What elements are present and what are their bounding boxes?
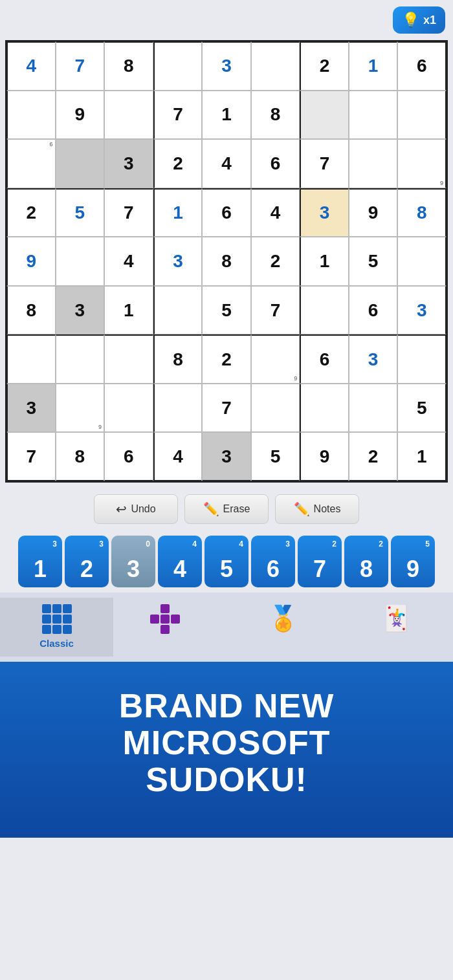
- cell-3-3[interactable]: 1: [153, 188, 203, 237]
- cell-2-6[interactable]: 7: [300, 139, 349, 188]
- tab-achievements[interactable]: 🏅: [226, 598, 340, 657]
- cell-7-2[interactable]: [104, 384, 153, 433]
- cell-2-1[interactable]: [56, 139, 105, 188]
- cell-8-5[interactable]: 5: [251, 432, 300, 481]
- cell-6-3[interactable]: 8: [153, 334, 203, 384]
- cell-4-1[interactable]: [56, 237, 105, 286]
- cell-6-5[interactable]: 9: [251, 334, 300, 384]
- cell-0-5[interactable]: [251, 41, 300, 91]
- cell-8-2[interactable]: 6: [104, 432, 153, 481]
- cell-7-1[interactable]: 9: [56, 384, 105, 433]
- cell-1-2[interactable]: [104, 91, 153, 140]
- num-btn-7[interactable]: 27: [298, 536, 342, 587]
- cell-2-0[interactable]: 6: [6, 139, 56, 188]
- cell-5-0[interactable]: 8: [6, 286, 56, 335]
- cell-4-5[interactable]: 2: [251, 237, 300, 286]
- cell-0-8[interactable]: 6: [397, 41, 447, 91]
- cell-8-1[interactable]: 8: [56, 432, 105, 481]
- tab-tetris[interactable]: [113, 598, 226, 657]
- cell-5-4[interactable]: 5: [202, 286, 251, 335]
- cell-2-8[interactable]: 9: [397, 139, 447, 188]
- tab-cards[interactable]: 🃏: [340, 598, 453, 657]
- cell-2-5[interactable]: 6: [251, 139, 300, 188]
- cell-8-6[interactable]: 9: [300, 432, 349, 481]
- cell-0-2[interactable]: 8: [104, 41, 153, 91]
- undo-button[interactable]: ↩ Undo: [94, 494, 178, 524]
- cell-3-4[interactable]: 6: [202, 188, 251, 237]
- cell-2-7[interactable]: [349, 139, 398, 188]
- cell-6-0[interactable]: [6, 334, 56, 384]
- cell-0-1[interactable]: 7: [56, 41, 105, 91]
- notes-button[interactable]: ✏️ Notes: [275, 494, 359, 524]
- cell-7-4[interactable]: 7: [202, 384, 251, 433]
- cell-3-0[interactable]: 2: [6, 188, 56, 237]
- cell-6-7[interactable]: 3: [349, 334, 398, 384]
- cell-7-5[interactable]: [251, 384, 300, 433]
- cell-5-8[interactable]: 3: [397, 286, 447, 335]
- cell-3-1[interactable]: 5: [56, 188, 105, 237]
- cell-5-1[interactable]: 3: [56, 286, 105, 335]
- cell-8-0[interactable]: 7: [6, 432, 56, 481]
- cell-0-3[interactable]: [153, 41, 203, 91]
- cell-8-3[interactable]: 4: [153, 432, 203, 481]
- cell-3-6[interactable]: 3: [300, 188, 349, 237]
- cell-4-7[interactable]: 5: [349, 237, 398, 286]
- cell-6-4[interactable]: 2: [202, 334, 251, 384]
- cell-0-6[interactable]: 2: [300, 41, 349, 91]
- cell-8-7[interactable]: 2: [349, 432, 398, 481]
- cell-4-6[interactable]: 1: [300, 237, 349, 286]
- cell-5-2[interactable]: 1: [104, 286, 153, 335]
- cell-1-6[interactable]: [300, 91, 349, 140]
- cell-4-2[interactable]: 4: [104, 237, 153, 286]
- cell-6-8[interactable]: [397, 334, 447, 384]
- cell-5-7[interactable]: 6: [349, 286, 398, 335]
- cell-7-3[interactable]: [153, 384, 203, 433]
- cell-0-0[interactable]: 4: [6, 41, 56, 91]
- cell-6-2[interactable]: [104, 334, 153, 384]
- cell-7-6[interactable]: [300, 384, 349, 433]
- cell-5-5[interactable]: 7: [251, 286, 300, 335]
- cell-8-8[interactable]: 1: [397, 432, 447, 481]
- cell-5-3[interactable]: [153, 286, 203, 335]
- cell-3-7[interactable]: 9: [349, 188, 398, 237]
- cell-0-7[interactable]: 1: [349, 41, 398, 91]
- cell-3-5[interactable]: 4: [251, 188, 300, 237]
- cell-6-1[interactable]: [56, 334, 105, 384]
- cell-4-4[interactable]: 8: [202, 237, 251, 286]
- cell-1-0[interactable]: [6, 91, 56, 140]
- cell-1-1[interactable]: 9: [56, 91, 105, 140]
- cell-2-2[interactable]: 3: [104, 139, 153, 188]
- cell-2-3[interactable]: 2: [153, 139, 203, 188]
- cell-3-8[interactable]: 8: [397, 188, 447, 237]
- num-btn-8[interactable]: 28: [344, 536, 388, 587]
- hint-button[interactable]: 💡 x1: [393, 6, 445, 34]
- tab-classic[interactable]: Classic: [0, 598, 113, 657]
- cell-5-6[interactable]: [300, 286, 349, 335]
- cell-2-4[interactable]: 4: [202, 139, 251, 188]
- cell-4-0[interactable]: 9: [6, 237, 56, 286]
- cell-6-6[interactable]: 6: [300, 334, 349, 384]
- cell-7-0[interactable]: 3: [6, 384, 56, 433]
- cell-8-4[interactable]: 3: [202, 432, 251, 481]
- cell-1-7[interactable]: [349, 91, 398, 140]
- cell-0-4[interactable]: 3: [202, 41, 251, 91]
- cell-1-5[interactable]: 8: [251, 91, 300, 140]
- cell-4-3[interactable]: 3: [153, 237, 203, 286]
- num-btn-1[interactable]: 31: [18, 536, 62, 587]
- num-count-8: 2: [379, 539, 383, 549]
- cell-7-7[interactable]: [349, 384, 398, 433]
- num-btn-2[interactable]: 32: [65, 536, 109, 587]
- num-btn-3[interactable]: 03: [111, 536, 155, 587]
- num-val-8: 8: [360, 558, 373, 581]
- num-btn-6[interactable]: 36: [251, 536, 295, 587]
- cell-3-2[interactable]: 7: [104, 188, 153, 237]
- cell-1-3[interactable]: 7: [153, 91, 203, 140]
- cell-4-8[interactable]: [397, 237, 447, 286]
- num-btn-4[interactable]: 44: [158, 536, 202, 587]
- erase-button[interactable]: ✏️ Erase: [184, 494, 269, 524]
- num-btn-5[interactable]: 45: [204, 536, 249, 587]
- cell-1-4[interactable]: 1: [202, 91, 251, 140]
- num-btn-9[interactable]: 59: [391, 536, 435, 587]
- cell-7-8[interactable]: 5: [397, 384, 447, 433]
- cell-1-8[interactable]: [397, 91, 447, 140]
